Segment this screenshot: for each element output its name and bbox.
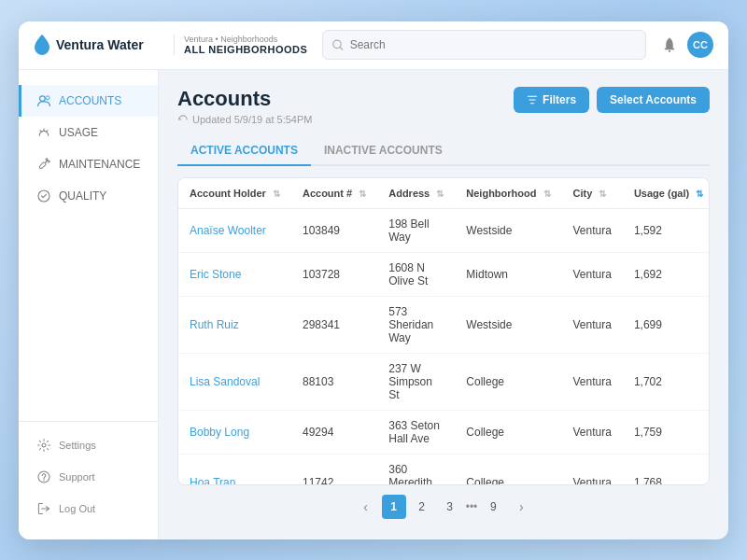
cell-city: Ventura [562,208,623,252]
account-holder-link[interactable]: Anaïse Woolter [190,224,266,237]
cell-address: 363 Seton Hall Ave [377,410,455,454]
sidebar-item-quality[interactable]: QUALITY [19,180,158,212]
page-2-button[interactable]: 2 [410,495,434,519]
sort-city-icon: ⇅ [599,189,606,199]
logo: Ventura Water [34,35,164,55]
accounts-label: ACCOUNTS [59,94,121,107]
nav-items: ACCOUNTS USAGE MAINTENANCE [19,85,158,421]
topbar: Ventura Water Ventura • Neighborhoods AL… [19,21,728,70]
sidebar-item-settings[interactable]: Settings [19,429,158,461]
cell-neighborhood: Westside [455,296,561,353]
cell-usage: 1,768 [623,454,710,484]
cell-neighborhood: College [455,454,561,484]
cell-holder: Lisa Sandoval [178,353,291,410]
col-header-usage[interactable]: Usage (gal) ⇅ [623,178,710,209]
table-header-row: Account Holder ⇅ Account # ⇅ Address ⇅ [178,178,710,209]
table-row: Lisa Sandoval 88103 237 W Simpson St Col… [178,353,710,410]
cell-account-num: 11742 [291,454,377,484]
table-row: Hoa Tran 11742 360 Meredith Ave College … [178,454,710,484]
search-icon [332,39,344,51]
col-header-holder[interactable]: Account Holder ⇅ [178,178,291,209]
cell-city: Ventura [562,410,623,454]
support-icon [36,469,51,484]
main-layout: ACCOUNTS USAGE MAINTENANCE [19,70,728,539]
cell-account-num: 88103 [291,353,377,410]
accounts-icon [36,93,51,108]
cell-holder: Bobby Long [178,410,291,454]
col-header-neighborhood[interactable]: Neighborhood ⇅ [455,178,561,209]
sidebar-item-support[interactable]: Support [19,461,158,493]
cell-address: 1608 N Olive St [377,252,455,296]
header-actions: Filters Select Accounts [514,87,710,113]
sidebar-item-maintenance[interactable]: MAINTENANCE [19,148,158,180]
refresh-icon [177,114,189,125]
col-header-city[interactable]: City ⇅ [562,178,623,209]
prev-page-button[interactable]: ‹ [354,495,378,519]
page-3-button[interactable]: 3 [438,495,462,519]
cell-address: 237 W Simpson St [377,353,455,410]
sort-account-icon: ⇅ [359,189,366,199]
search-input[interactable] [350,38,636,51]
cell-account-num: 298341 [291,296,377,353]
account-holder-link[interactable]: Eric Stone [190,268,241,281]
usage-icon [36,125,51,140]
sort-address-icon: ⇅ [436,189,444,199]
cell-address: 198 Bell Way [377,208,455,252]
filters-button[interactable]: Filters [514,87,589,113]
col-header-address[interactable]: Address ⇅ [377,178,455,209]
next-page-button[interactable]: › [509,495,533,519]
cell-address: 573 Sheridan Way [377,296,455,353]
cell-holder: Hoa Tran [178,454,291,484]
support-label: Support [59,471,95,483]
quality-label: QUALITY [59,189,106,203]
cell-city: Ventura [562,252,623,296]
cell-account-num: 49294 [291,410,377,454]
svg-point-7 [43,480,44,481]
nav-bottom: Settings Support Log Out [19,421,158,525]
col-header-account-num[interactable]: Account # ⇅ [291,178,377,209]
cell-neighborhood: College [455,410,561,454]
quality-icon [36,189,51,203]
tab-inactive-accounts[interactable]: INACTIVE ACCOUNTS [311,136,456,166]
avatar[interactable]: CC [687,32,713,58]
sort-holder-icon: ⇅ [273,189,280,199]
account-holder-link[interactable]: Ruth Ruiz [190,318,239,331]
page-dots: ••• [466,500,478,513]
table-row: Bobby Long 49294 363 Seton Hall Ave Coll… [178,410,710,454]
page-title: Accounts [177,87,312,111]
account-holder-link[interactable]: Hoa Tran [190,476,235,485]
breadcrumb-current: ALL NEIGHBORHOODS [184,44,307,55]
cell-city: Ventura [562,454,623,484]
tab-active-accounts[interactable]: ACTIVE ACCOUNTS [177,136,311,166]
logo-text: Ventura Water [56,37,144,52]
content-header: Accounts Updated 5/9/19 at 5:54PM [177,87,710,125]
sidebar-item-accounts[interactable]: ACCOUNTS [19,85,158,117]
logo-icon [34,35,50,55]
page-9-button[interactable]: 9 [481,495,505,519]
usage-label: USAGE [59,126,98,139]
cell-neighborhood: Midtown [455,252,561,296]
bell-icon[interactable] [661,36,678,53]
search-bar[interactable] [322,30,646,60]
cell-holder: Eric Stone [178,252,291,296]
svg-point-2 [40,95,46,101]
cell-holder: Anaïse Woolter [178,208,291,252]
cell-usage: 1,759 [623,410,710,454]
page-heading: Accounts Updated 5/9/19 at 5:54PM [177,87,312,125]
sidebar: ACCOUNTS USAGE MAINTENANCE [19,70,159,539]
page-1-button[interactable]: 1 [382,495,406,519]
table-row: Anaïse Woolter 103849 198 Bell Way Wests… [178,208,710,252]
svg-point-3 [46,95,49,99]
settings-label: Settings [59,440,96,451]
topbar-icons: CC [661,32,713,58]
updated-text: Updated 5/9/19 at 5:54PM [177,114,312,125]
sidebar-item-logout[interactable]: Log Out [19,493,158,525]
table-row: Ruth Ruiz 298341 573 Sheridan Way Westsi… [178,296,710,353]
sidebar-item-usage[interactable]: USAGE [19,117,158,148]
account-holder-link[interactable]: Lisa Sandoval [190,375,260,388]
maintenance-label: MAINTENANCE [59,158,140,171]
select-accounts-button[interactable]: Select Accounts [597,87,710,113]
account-holder-link[interactable]: Bobby Long [190,426,249,439]
breadcrumb: Ventura • Neighborhoods ALL NEIGHBORHOOD… [174,35,307,55]
svg-point-5 [42,443,46,447]
